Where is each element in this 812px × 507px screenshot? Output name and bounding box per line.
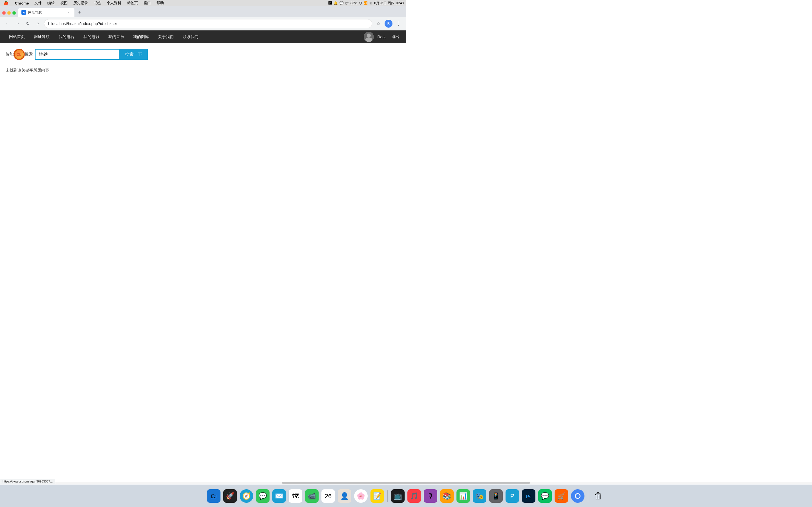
menu-tabs[interactable]: 标签页 — [126, 0, 139, 6]
home-button[interactable]: ⌂ — [34, 20, 42, 27]
tab-title: 网址导航 — [28, 10, 64, 15]
menu-help[interactable]: 帮助 — [155, 0, 165, 6]
tab-bar: N 网址导航 × + — [0, 6, 406, 17]
search-input[interactable] — [35, 49, 119, 60]
site-nav-gallery[interactable]: 我的图库 — [129, 31, 153, 43]
back-button[interactable]: ← — [3, 20, 11, 27]
search-button[interactable]: 搜索一下 — [119, 49, 148, 60]
active-tab[interactable]: N 网址导航 × — [18, 8, 74, 17]
logout-button[interactable]: 退出 — [389, 34, 402, 40]
app-name[interactable]: Chrome — [14, 1, 30, 6]
svg-point-3 — [367, 34, 371, 38]
logo-text-smart: 智能 — [6, 52, 13, 57]
site-nav-music[interactable]: 我的音乐 — [104, 31, 129, 43]
system-time: 8月26日 周四 16:48 — [374, 1, 404, 6]
menu-edit[interactable]: 编辑 — [46, 0, 56, 6]
site-nav-radio[interactable]: 我的电台 — [54, 31, 79, 43]
site-nav-movie[interactable]: 我的电影 — [79, 31, 104, 43]
battery-text: 83% — [350, 1, 357, 5]
refresh-button[interactable]: ↻ — [24, 20, 32, 27]
address-bar: ← → ↻ ⌂ ℹ localhost/huazai/index.php?id=… — [0, 17, 406, 31]
search-area: 智能 ZL 搜索 搜索一下 — [0, 43, 406, 66]
svg-text:N: N — [23, 11, 25, 14]
svg-text:ZL: ZL — [17, 53, 21, 57]
tab-close-button[interactable]: × — [66, 10, 71, 15]
tab-favicon-icon: N — [21, 10, 26, 15]
apple-menu[interactable]: 🍎 — [2, 0, 9, 6]
site-nav-right: Root 退出 — [364, 32, 402, 42]
bluetooth-icon: ⬡ — [359, 1, 362, 5]
site-nav-contact[interactable]: 联系我们 — [178, 31, 203, 43]
no-result-message: 未找到该关键字所属内容！ — [0, 66, 406, 75]
security-icon: ℹ — [48, 21, 49, 26]
bookmark-button[interactable]: ☆ — [374, 20, 382, 27]
site-nav-about[interactable]: 关于我们 — [153, 31, 178, 43]
parallels-icon: 🅿 — [328, 1, 332, 5]
forward-button[interactable]: → — [13, 20, 21, 27]
status-icons: 🅿 🔔 💬 拼 83% ⬡ 📶 ⊞ — [328, 1, 372, 6]
menu-profile[interactable]: 个人资料 — [105, 0, 122, 6]
username-label: Root — [377, 35, 386, 39]
logo-circle: ZL — [13, 49, 25, 60]
logo-text-search: 搜索 — [25, 52, 33, 57]
site-nav: 网站首页 网址导航 我的电台 我的电影 我的音乐 我的图库 关于我们 联系我们 … — [0, 31, 406, 43]
chrome-window: N 网址导航 × + ← → ↻ ⌂ ℹ localhost/huazai/in… — [0, 6, 406, 253]
notification-icon: 🔔 — [334, 1, 338, 5]
minimize-window-button[interactable] — [7, 11, 11, 15]
close-window-button[interactable] — [2, 11, 6, 15]
search-logo: 智能 ZL 搜索 — [6, 49, 33, 60]
new-tab-button[interactable]: + — [75, 9, 84, 17]
wifi-icon: 📶 — [363, 1, 368, 5]
menu-window[interactable]: 窗口 — [142, 0, 152, 6]
window-controls — [2, 11, 16, 17]
menu-bookmarks[interactable]: 书签 — [93, 0, 102, 6]
profile-button[interactable]: R — [385, 20, 393, 27]
control-center-icon: ⊞ — [369, 1, 372, 5]
maximize-window-button[interactable] — [12, 11, 16, 15]
address-input-wrap[interactable]: ℹ localhost/huazai/index.php?id=chkser — [44, 19, 372, 28]
menu-view[interactable]: 视图 — [59, 0, 69, 6]
address-text: localhost/huazai/index.php?id=chkser — [51, 21, 368, 26]
more-options-button[interactable]: ⋮ — [395, 20, 403, 27]
menu-file[interactable]: 文件 — [33, 0, 43, 6]
svg-point-4 — [365, 38, 372, 42]
user-avatar[interactable] — [364, 32, 374, 42]
wechat-status-icon: 💬 — [340, 1, 344, 5]
input-method-icon: 拼 — [345, 1, 349, 6]
site-nav-home[interactable]: 网站首页 — [4, 31, 29, 43]
menu-history[interactable]: 历史记录 — [72, 0, 89, 6]
macos-menubar: 🍎 Chrome 文件 编辑 视图 历史记录 书签 个人资料 标签页 窗口 帮助… — [0, 0, 406, 6]
page-content: 网站首页 网址导航 我的电台 我的电影 我的音乐 我的图库 关于我们 联系我们 … — [0, 31, 406, 253]
site-nav-navigation[interactable]: 网址导航 — [29, 31, 54, 43]
